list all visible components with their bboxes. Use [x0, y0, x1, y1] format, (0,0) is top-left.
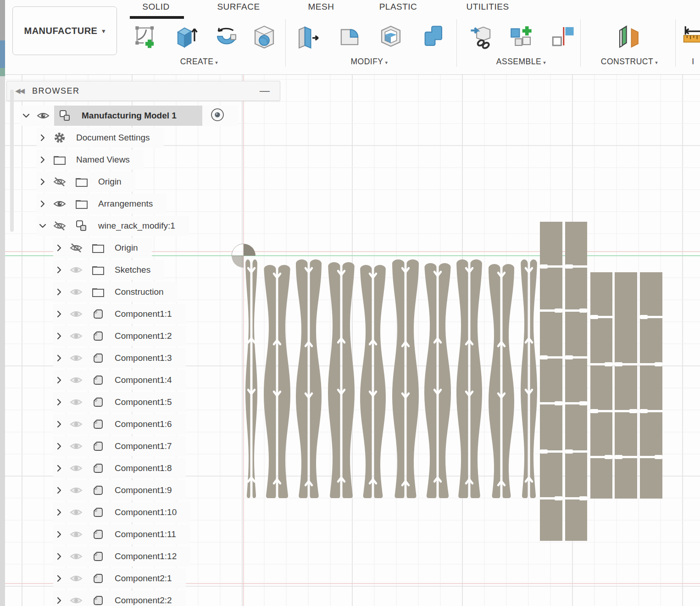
expand-chevron-icon[interactable]: [37, 154, 49, 166]
expand-chevron-icon[interactable]: [37, 198, 49, 210]
fillet-icon[interactable]: [336, 23, 363, 50]
browser-row[interactable]: wine_rack_modify:1: [0, 215, 294, 237]
browser-row[interactable]: Manufacturing Model 1: [0, 105, 294, 127]
visibility-eye-icon[interactable]: [65, 374, 87, 386]
slat-part[interactable]: [503, 264, 514, 498]
expand-chevron-icon[interactable]: [20, 110, 32, 122]
browser-row[interactable]: Named Views: [0, 149, 294, 171]
expand-chevron-icon[interactable]: [53, 550, 65, 562]
ribbon-tab-mesh[interactable]: MESH: [308, 2, 334, 12]
visibility-eye-icon[interactable]: [65, 462, 87, 474]
panel-part-column[interactable]: [590, 272, 612, 499]
visibility-eye-icon[interactable]: [49, 220, 71, 232]
panel-part-column[interactable]: [565, 222, 587, 541]
shell-icon[interactable]: [378, 23, 404, 50]
expand-chevron-icon[interactable]: [53, 484, 65, 496]
expand-chevron-icon[interactable]: [53, 374, 65, 386]
activate-radio-button[interactable]: [211, 108, 224, 123]
browser-row[interactable]: Component1:9: [0, 479, 294, 501]
visibility-eye-icon[interactable]: [65, 484, 87, 496]
expand-chevron-icon[interactable]: [53, 462, 65, 474]
slat-part[interactable]: [343, 262, 355, 498]
visibility-eye-icon[interactable]: [65, 572, 87, 584]
construct-plane-icon[interactable]: [616, 23, 642, 50]
ribbon-tab-solid[interactable]: SOLID: [142, 2, 170, 12]
slat-part[interactable]: [521, 259, 528, 498]
slat-part[interactable]: [530, 259, 537, 498]
expand-chevron-icon[interactable]: [53, 506, 65, 518]
expand-chevron-icon[interactable]: [53, 330, 65, 342]
workspace-selector-button[interactable]: MANUFACTURE ▾: [12, 6, 117, 55]
expand-chevron-icon[interactable]: [53, 286, 65, 298]
group-label-i[interactable]: I: [692, 57, 694, 67]
slat-part[interactable]: [456, 259, 468, 498]
visibility-eye-icon[interactable]: [65, 440, 87, 452]
extrude-icon[interactable]: [172, 23, 199, 50]
visibility-eye-icon[interactable]: [65, 396, 87, 408]
expand-chevron-icon[interactable]: [37, 176, 49, 188]
expand-chevron-icon[interactable]: [53, 264, 65, 276]
visibility-eye-icon[interactable]: [65, 242, 87, 254]
group-label-assemble[interactable]: ASSEMBLE▾: [496, 57, 546, 67]
browser-row[interactable]: Component2:2: [0, 589, 294, 606]
slat-part[interactable]: [489, 264, 500, 498]
expand-chevron-icon[interactable]: [53, 352, 65, 364]
panel-part-column[interactable]: [640, 272, 662, 499]
browser-row[interactable]: Component1:10: [0, 501, 294, 523]
new-component-icon[interactable]: [508, 23, 534, 50]
browser-row[interactable]: Component1:11: [0, 523, 294, 545]
expand-chevron-icon[interactable]: [37, 132, 49, 144]
browser-row[interactable]: Component2:1: [0, 567, 294, 589]
group-label-modify[interactable]: MODIFY▾: [350, 57, 388, 67]
expand-chevron-icon[interactable]: [53, 418, 65, 430]
panel-part-column[interactable]: [540, 222, 562, 541]
revolve-icon[interactable]: [213, 23, 240, 50]
browser-row[interactable]: Component1:7: [0, 435, 294, 457]
group-label-construct[interactable]: CONSTRUCT▾: [601, 57, 658, 67]
visibility-eye-icon[interactable]: [32, 110, 54, 122]
visibility-eye-icon[interactable]: [49, 176, 71, 188]
browser-row[interactable]: Origin: [0, 237, 294, 259]
browser-row[interactable]: Construction: [0, 281, 294, 303]
visibility-eye-icon[interactable]: [65, 595, 87, 606]
visibility-eye-icon[interactable]: [65, 418, 87, 430]
slat-part[interactable]: [407, 259, 419, 498]
visibility-eye-icon[interactable]: [65, 286, 87, 298]
browser-row[interactable]: Component1:12: [0, 545, 294, 567]
expand-chevron-icon[interactable]: [53, 308, 65, 320]
visibility-eye-icon[interactable]: [65, 330, 87, 342]
slat-part[interactable]: [471, 259, 482, 498]
browser-row[interactable]: Sketches: [0, 259, 294, 281]
visibility-eye-icon[interactable]: [49, 198, 71, 210]
visibility-eye-icon[interactable]: [65, 528, 87, 540]
browser-row[interactable]: Origin: [0, 171, 294, 193]
group-label-create[interactable]: CREATE▾: [180, 57, 218, 67]
browser-row[interactable]: Component1:8: [0, 457, 294, 479]
visibility-eye-icon[interactable]: [65, 308, 87, 320]
slat-part[interactable]: [424, 263, 436, 498]
collapse-panel-icon[interactable]: ◀◀: [15, 87, 24, 95]
expand-chevron-icon[interactable]: [53, 242, 65, 254]
expand-chevron-icon[interactable]: [53, 572, 65, 584]
joint-align-icon[interactable]: [550, 23, 576, 50]
browser-row[interactable]: Component1:2: [0, 325, 294, 347]
expand-chevron-icon[interactable]: [53, 396, 65, 408]
ribbon-tab-surface[interactable]: SURFACE: [217, 2, 260, 12]
hole-icon[interactable]: [251, 23, 278, 50]
press-pull-icon[interactable]: [295, 23, 322, 50]
visibility-eye-icon[interactable]: [65, 550, 87, 562]
ribbon-tab-plastic[interactable]: PLASTIC: [379, 2, 417, 12]
measure-icon[interactable]: [682, 23, 700, 50]
browser-header[interactable]: ◀◀ BROWSER —: [6, 81, 280, 101]
ribbon-tab-utilities[interactable]: UTILITIES: [466, 2, 509, 12]
browser-row[interactable]: Component1:4: [0, 369, 294, 391]
slat-part[interactable]: [328, 262, 340, 498]
browser-row[interactable]: Component1:3: [0, 347, 294, 369]
slat-part[interactable]: [392, 259, 404, 498]
slat-part[interactable]: [439, 263, 451, 498]
slat-part[interactable]: [296, 259, 307, 498]
create-sketch-icon[interactable]: [132, 23, 159, 50]
combine-icon[interactable]: [419, 23, 446, 50]
browser-row[interactable]: Component1:5: [0, 391, 294, 413]
browser-row[interactable]: Component1:1: [0, 303, 294, 325]
